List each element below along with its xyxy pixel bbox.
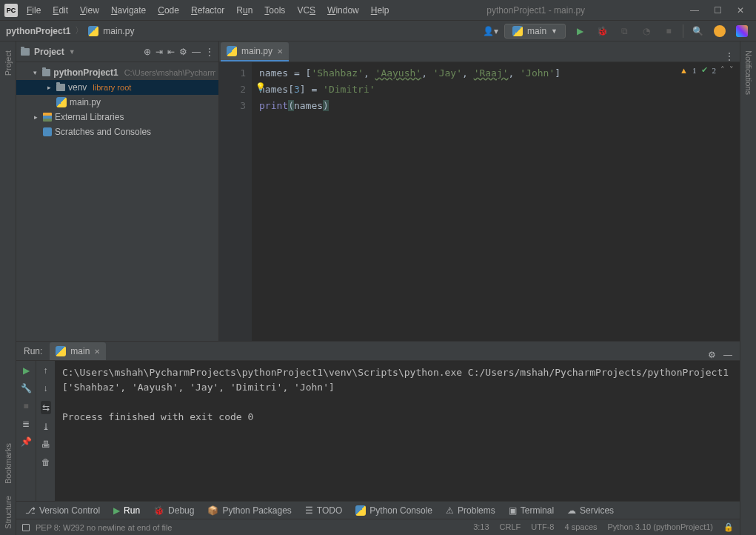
scroll-end-icon[interactable]: ⤓: [42, 422, 50, 432]
code-editor[interactable]: 1 2 3 names = ['Shahbaz', 'Aayush', 'Jay…: [219, 62, 740, 341]
stop-button[interactable]: ■: [660, 23, 677, 39]
titlebar: PC File Edit View Navigate Code Refactor…: [0, 0, 756, 21]
editor-more-icon[interactable]: ⋮: [719, 51, 740, 62]
menu-run[interactable]: Run: [236, 5, 252, 16]
tab-todo[interactable]: ☰TODO: [305, 505, 342, 516]
line-number[interactable]: 1: [219, 65, 246, 82]
left-tool-strip: Project Bookmarks Structure: [0, 41, 16, 535]
lock-icon[interactable]: 🔒: [723, 522, 734, 532]
line-number-gutter[interactable]: 1 2 3: [219, 62, 252, 341]
code-with-me-icon[interactable]: [734, 23, 750, 39]
settings-icon[interactable]: ⚙: [708, 350, 716, 360]
soft-wrap-icon[interactable]: ⇆: [41, 401, 51, 414]
settings-icon[interactable]: ⚙: [179, 47, 187, 57]
up-stack-icon[interactable]: ↑: [44, 365, 48, 376]
line-number[interactable]: 3: [219, 98, 246, 114]
branch-icon: ⎇: [25, 505, 36, 516]
tab-python-packages[interactable]: 📦Python Packages: [207, 505, 291, 516]
project-tree[interactable]: ▾ pythonProject1 C:\Users\mshah\PycharmP…: [16, 62, 218, 142]
tree-project-root[interactable]: ▾ pythonProject1 C:\Users\mshah\PycharmP: [16, 65, 218, 80]
menu-code[interactable]: Code: [158, 5, 179, 16]
bug-icon: 🐞: [153, 505, 164, 516]
console-output[interactable]: C:\Users\mshah\PycharmProjects\pythonPro…: [55, 361, 740, 501]
run-tab-main[interactable]: main ✕: [50, 342, 106, 360]
file-encoding[interactable]: UTF-8: [531, 522, 554, 532]
run-button[interactable]: ▶: [572, 23, 588, 39]
profile-button[interactable]: ◔: [638, 23, 655, 39]
breadcrumb[interactable]: pythonProject1 〉 main.py: [6, 24, 134, 37]
hide-panel-icon[interactable]: —: [192, 47, 201, 57]
tree-scratches[interactable]: Scratches and Consoles: [16, 124, 218, 139]
menu-tools[interactable]: Tools: [264, 5, 285, 16]
line-separator[interactable]: CRLF: [500, 522, 521, 532]
problems-widget[interactable]: ▲ 1 ✔ 2 ˄ ˅: [680, 65, 734, 75]
pin-icon[interactable]: 📌: [21, 436, 32, 447]
close-tab-icon[interactable]: ✕: [277, 47, 283, 56]
tab-run[interactable]: ▶Run: [113, 505, 140, 516]
prev-highlight-icon[interactable]: ˄: [720, 65, 725, 75]
run-config-select[interactable]: main ▼: [504, 24, 566, 39]
account-icon[interactable]: 👤▾: [483, 26, 498, 36]
menu-navigate[interactable]: Navigate: [111, 5, 146, 16]
project-panel-title[interactable]: Project: [34, 47, 64, 57]
ide-assist-icon[interactable]: [712, 23, 728, 39]
minimize-icon[interactable]: —: [690, 5, 699, 16]
toolwindow-bookmarks-tab[interactable]: Bookmarks: [4, 437, 13, 490]
chevron-right-icon[interactable]: ▸: [31, 113, 40, 121]
debug-button[interactable]: 🐞: [594, 23, 610, 39]
tab-debug[interactable]: 🐞Debug: [153, 505, 194, 516]
chevron-right-icon[interactable]: ▸: [44, 84, 53, 91]
layout-icon[interactable]: ≣: [22, 419, 30, 429]
next-highlight-icon[interactable]: ˅: [729, 65, 734, 75]
print-icon[interactable]: 🖶: [41, 439, 50, 450]
menu-view[interactable]: View: [80, 5, 99, 16]
menu-refactor[interactable]: Refactor: [191, 5, 224, 16]
tab-problems[interactable]: ⚠Problems: [446, 505, 495, 516]
rerun-button[interactable]: ▶: [23, 365, 30, 376]
menu-vcs[interactable]: VCS: [297, 5, 315, 16]
services-icon: ☁: [567, 505, 576, 516]
tree-mainpy[interactable]: main.py: [16, 95, 218, 110]
clear-icon[interactable]: 🗑: [41, 457, 50, 468]
chevron-down-icon[interactable]: ▾: [31, 69, 39, 76]
maximize-icon[interactable]: ☐: [714, 5, 722, 16]
stop-button[interactable]: ■: [23, 401, 28, 411]
interpreter-label[interactable]: Python 3.10 (pythonProject1): [608, 522, 713, 532]
coverage-button[interactable]: ⧉: [616, 23, 632, 39]
intention-bulb-icon[interactable]: 💡: [255, 82, 266, 92]
tab-services[interactable]: ☁Services: [567, 505, 614, 516]
hide-panel-icon[interactable]: —: [723, 350, 732, 360]
status-message[interactable]: PEP 8: W292 no newline at end of file: [36, 523, 172, 532]
tree-external-libraries[interactable]: ▸ External Libraries: [16, 110, 218, 124]
tab-version-control[interactable]: ⎇Version Control: [25, 505, 100, 516]
tree-venv[interactable]: ▸ venv library root: [16, 80, 218, 95]
line-number[interactable]: 2: [219, 82, 246, 98]
caret-position[interactable]: 3:13: [473, 522, 489, 532]
select-opened-icon[interactable]: ⊕: [144, 47, 151, 57]
tool-windows-icon[interactable]: [22, 524, 30, 531]
breadcrumb-file[interactable]: main.py: [103, 26, 134, 36]
menu-file[interactable]: File: [27, 5, 41, 16]
close-icon[interactable]: ✕: [737, 5, 744, 16]
tab-python-console[interactable]: Python Console: [355, 505, 432, 516]
menu-edit[interactable]: Edit: [53, 5, 68, 16]
toolwindow-notifications-tab[interactable]: Notifications: [744, 44, 753, 101]
menu-window[interactable]: Window: [327, 5, 359, 16]
down-stack-icon[interactable]: ↓: [44, 383, 48, 393]
chevron-down-icon[interactable]: ▼: [69, 48, 76, 56]
close-tab-icon[interactable]: ✕: [94, 348, 100, 356]
modify-run-icon[interactable]: 🔧: [21, 383, 32, 393]
search-icon[interactable]: 🔍: [689, 23, 706, 39]
indent-settings[interactable]: 4 spaces: [564, 522, 597, 532]
menu-help[interactable]: Help: [371, 5, 389, 16]
breadcrumb-project[interactable]: pythonProject1: [6, 26, 70, 36]
toolwindow-structure-tab[interactable]: Structure: [4, 490, 13, 535]
toolwindow-project-tab[interactable]: Project: [4, 44, 13, 82]
expand-all-icon[interactable]: ⇥: [155, 47, 163, 57]
editor-tab-mainpy[interactable]: main.py ✕: [221, 42, 289, 62]
collapse-all-icon[interactable]: ⇤: [167, 47, 175, 57]
code-text[interactable]: names = ['Shahbaz', 'Aayush', 'Jay', 'Ra…: [252, 62, 740, 341]
tab-terminal[interactable]: ▣Terminal: [509, 505, 554, 516]
run-icon: ▶: [113, 505, 120, 516]
more-icon[interactable]: ⋮: [205, 47, 214, 57]
